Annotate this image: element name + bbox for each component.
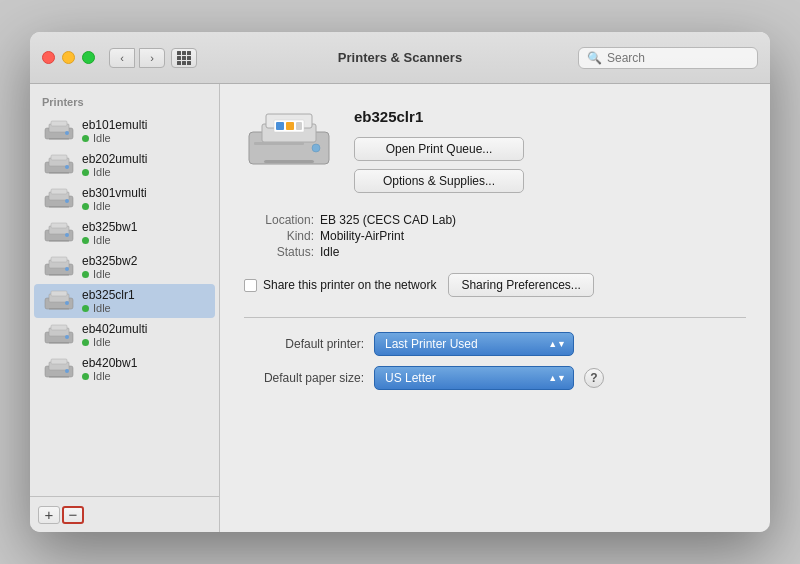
forward-button[interactable]: › xyxy=(139,48,165,68)
svg-point-28 xyxy=(65,301,69,305)
remove-printer-button[interactable]: − xyxy=(62,506,84,524)
search-icon: 🔍 xyxy=(587,51,602,65)
printer-info: eb101emulti Idle xyxy=(82,118,147,144)
status-text: Idle xyxy=(93,370,111,382)
add-printer-button[interactable]: + xyxy=(38,506,60,524)
printer-list-item[interactable]: eb301vmulti Idle xyxy=(34,182,215,216)
options-supplies-button[interactable]: Options & Supplies... xyxy=(354,169,524,193)
content-area: Printers eb101emulti Idle xyxy=(30,84,770,532)
printer-status: Idle xyxy=(82,268,137,280)
svg-rect-17 xyxy=(51,223,67,228)
help-button[interactable]: ? xyxy=(584,368,604,388)
status-dot xyxy=(82,135,89,142)
svg-rect-37 xyxy=(51,359,67,364)
printer-icon xyxy=(44,323,74,347)
printer-name: eb325bw2 xyxy=(82,254,137,268)
printer-list: eb101emulti Idle eb202umulti xyxy=(30,114,219,496)
printer-detail-top: eb325clr1 Open Print Queue... Options & … xyxy=(244,104,746,193)
svg-rect-7 xyxy=(51,155,67,160)
svg-point-47 xyxy=(312,144,320,152)
sharing-preferences-button[interactable]: Sharing Preferences... xyxy=(448,273,593,297)
svg-point-33 xyxy=(65,335,69,339)
close-button[interactable] xyxy=(42,51,55,64)
search-input[interactable] xyxy=(607,51,749,65)
svg-rect-24 xyxy=(49,274,69,276)
back-button[interactable]: ‹ xyxy=(109,48,135,68)
svg-point-8 xyxy=(65,165,69,169)
svg-rect-9 xyxy=(49,172,69,174)
location-label: Location: xyxy=(244,213,314,227)
printer-status: Idle xyxy=(82,370,137,382)
svg-rect-49 xyxy=(264,160,314,163)
share-label: Share this printer on the network xyxy=(263,278,436,292)
printer-icon xyxy=(44,221,74,245)
printer-icon xyxy=(44,255,74,279)
printer-name: eb101emulti xyxy=(82,118,147,132)
printer-name: eb301vmulti xyxy=(82,186,147,200)
printer-status: Idle xyxy=(82,132,147,144)
svg-rect-34 xyxy=(49,342,69,344)
default-printer-select[interactable]: Last Printer Used xyxy=(374,332,574,356)
svg-rect-19 xyxy=(49,240,69,242)
location-value: EB 325 (CECS CAD Lab) xyxy=(320,213,456,227)
status-value: Idle xyxy=(320,245,339,259)
window-title: Printers & Scanners xyxy=(338,50,462,65)
svg-rect-14 xyxy=(49,206,69,208)
nav-buttons: ‹ › xyxy=(109,48,165,68)
printer-list-item[interactable]: eb325bw2 Idle xyxy=(34,250,215,284)
printer-info-section: Location: EB 325 (CECS CAD Lab) Kind: Mo… xyxy=(244,213,746,261)
svg-rect-44 xyxy=(276,122,284,130)
printer-list-item[interactable]: eb101emulti Idle xyxy=(34,114,215,148)
svg-point-23 xyxy=(65,267,69,271)
status-text: Idle xyxy=(93,200,111,212)
status-dot xyxy=(82,169,89,176)
minimize-button[interactable] xyxy=(62,51,75,64)
status-text: Idle xyxy=(93,268,111,280)
printer-info: eb301vmulti Idle xyxy=(82,186,147,212)
printer-detail-name: eb325clr1 xyxy=(354,108,524,125)
printer-name: eb325clr1 xyxy=(82,288,135,302)
svg-rect-12 xyxy=(51,189,67,194)
printer-icon xyxy=(44,289,74,313)
svg-rect-4 xyxy=(49,138,69,140)
svg-point-3 xyxy=(65,131,69,135)
printer-info: eb402umulti Idle xyxy=(82,322,147,348)
printer-info: eb325bw1 Idle xyxy=(82,220,137,246)
kind-label: Kind: xyxy=(244,229,314,243)
sidebar-label: Printers xyxy=(30,92,219,114)
svg-rect-2 xyxy=(51,121,67,126)
grid-view-button[interactable] xyxy=(171,48,197,68)
status-text: Idle xyxy=(93,336,111,348)
share-checkbox[interactable] xyxy=(244,279,257,292)
default-printer-select-wrapper: Last Printer Used ▲▼ xyxy=(374,332,574,356)
svg-rect-45 xyxy=(286,122,294,130)
printer-list-item[interactable]: eb202umulti Idle xyxy=(34,148,215,182)
printer-list-item[interactable]: eb325clr1 Idle xyxy=(34,284,215,318)
maximize-button[interactable] xyxy=(82,51,95,64)
printer-list-item[interactable]: eb325bw1 Idle xyxy=(34,216,215,250)
printer-status: Idle xyxy=(82,234,137,246)
status-label: Status: xyxy=(244,245,314,259)
share-checkbox-area[interactable]: Share this printer on the network xyxy=(244,278,436,292)
default-paper-select[interactable]: US Letter xyxy=(374,366,574,390)
default-paper-row: Default paper size: US Letter ▲▼ ? xyxy=(244,366,746,390)
sidebar-bottom: + − xyxy=(30,496,219,532)
svg-rect-29 xyxy=(49,308,69,310)
printer-list-item[interactable]: eb420bw1 Idle xyxy=(34,352,215,386)
printer-name: eb420bw1 xyxy=(82,356,137,370)
svg-rect-48 xyxy=(254,142,304,145)
printer-status: Idle xyxy=(82,200,147,212)
main-area: eb325clr1 Open Print Queue... Options & … xyxy=(220,84,770,532)
printer-detail-right: eb325clr1 Open Print Queue... Options & … xyxy=(354,104,524,193)
printer-list-item[interactable]: eb402umulti Idle xyxy=(34,318,215,352)
printer-name: eb325bw1 xyxy=(82,220,137,234)
status-text: Idle xyxy=(93,132,111,144)
search-bar[interactable]: 🔍 xyxy=(578,47,758,69)
main-window: ‹ › Printers & Scanners 🔍 Printers xyxy=(30,32,770,532)
open-print-queue-button[interactable]: Open Print Queue... xyxy=(354,137,524,161)
default-printer-label: Default printer: xyxy=(244,337,364,351)
default-printer-row: Default printer: Last Printer Used ▲▼ xyxy=(244,332,746,356)
default-paper-label: Default paper size: xyxy=(244,371,364,385)
svg-rect-46 xyxy=(296,122,302,130)
status-dot xyxy=(82,203,89,210)
